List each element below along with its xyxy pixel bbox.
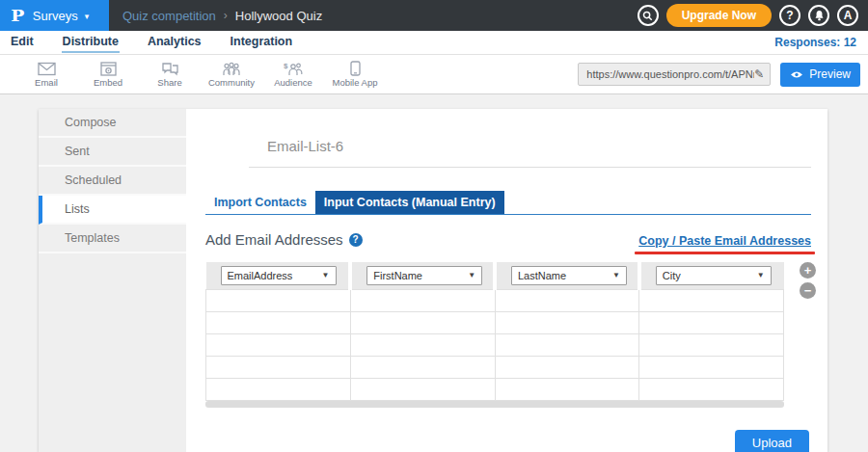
contacts-table-body — [206, 289, 784, 400]
survey-url-input[interactable] — [586, 68, 754, 80]
sidebar-item-lists[interactable]: Lists — [39, 196, 186, 225]
tab-input-contacts-manual[interactable]: Input Contacts (Manual Entry) — [315, 191, 504, 214]
surveys-menu[interactable]: P Surveys ▾ — [0, 0, 109, 31]
contacts-table: EmailAddress▼ FirstName▼ LastName▼ City▼ — [205, 262, 784, 401]
question-mark-icon: ? — [786, 9, 793, 22]
contact-cell[interactable] — [350, 333, 495, 356]
community-icon — [222, 62, 241, 76]
contacts-table-zone: EmailAddress▼ FirstName▼ LastName▼ City▼… — [205, 262, 784, 408]
select-caret-icon: ▼ — [757, 271, 765, 279]
contact-cell[interactable] — [639, 356, 784, 378]
contact-cell[interactable] — [350, 378, 495, 400]
page-background: Compose Sent Scheduled Lists Templates E… — [0, 94, 868, 452]
toolbar-item-embed[interactable]: Embed — [77, 62, 139, 88]
sidebar-item-compose[interactable]: Compose — [39, 109, 186, 138]
search-button[interactable] — [637, 5, 659, 26]
sidebar-item-sent[interactable]: Sent — [39, 138, 186, 167]
sidebar-item-templates[interactable]: Templates — [39, 225, 186, 253]
preview-button[interactable]: Preview — [780, 63, 860, 87]
select-value: FirstName — [373, 270, 422, 281]
help-icon[interactable]: ? — [349, 233, 363, 247]
lists-card: Compose Sent Scheduled Lists Templates E… — [39, 109, 827, 452]
tab-edit[interactable]: Edit — [10, 32, 35, 53]
table-row — [206, 289, 784, 311]
add-emails-header: Add Email Addresses ? Copy / Paste Email… — [205, 231, 811, 254]
tab-analytics[interactable]: Analytics — [147, 32, 203, 53]
help-button[interactable]: ? — [779, 5, 800, 26]
toolbar-item-mobile-app[interactable]: Mobile App — [324, 61, 386, 88]
responses-count: Responses: 12 — [774, 36, 856, 49]
breadcrumb-parent[interactable]: Quiz competition — [122, 9, 216, 23]
upload-button[interactable]: Upload — [735, 430, 809, 452]
select-value: City — [663, 270, 681, 281]
toolbar-label: Mobile App — [332, 77, 377, 88]
list-name-title: Email-List-6 — [267, 138, 811, 154]
eye-icon — [790, 70, 803, 79]
table-row — [206, 356, 784, 378]
search-icon — [642, 11, 653, 21]
remove-row-button[interactable]: − — [800, 282, 816, 299]
contact-cell[interactable] — [206, 289, 351, 311]
contact-cell[interactable] — [206, 378, 351, 400]
horizontal-scrollbar[interactable] — [205, 401, 784, 408]
toolbar-label: Community — [208, 77, 255, 88]
column-select-lastname[interactable]: LastName▼ — [511, 266, 627, 285]
notifications-button[interactable] — [808, 5, 829, 26]
contact-cell[interactable] — [206, 356, 351, 378]
contact-cell[interactable] — [350, 289, 495, 311]
toolbar-label: Share — [157, 77, 181, 88]
contact-cell[interactable] — [206, 333, 351, 356]
select-caret-icon: ▼ — [322, 271, 330, 279]
toolbar-item-share[interactable]: Share — [139, 62, 201, 88]
embed-icon — [100, 62, 117, 76]
contacts-table-header: EmailAddress▼ FirstName▼ LastName▼ City▼ — [206, 262, 784, 289]
svg-text:$: $ — [284, 62, 288, 70]
toolbar-item-community[interactable]: Community — [201, 62, 262, 88]
audience-icon: $ — [284, 62, 303, 76]
table-row — [206, 378, 784, 400]
toolbar-label: Embed — [94, 77, 122, 88]
questionpro-logo: P — [11, 6, 24, 25]
breadcrumb-current: Hollywood Quiz — [235, 9, 322, 23]
column-select-city[interactable]: City▼ — [656, 266, 772, 285]
toolbar-item-audience[interactable]: $ Audience — [262, 62, 324, 88]
column-select-emailaddress[interactable]: EmailAddress▼ — [221, 266, 337, 285]
toolbar-right: ✎ Preview — [578, 63, 860, 87]
email-sidebar: Compose Sent Scheduled Lists Templates — [39, 109, 186, 452]
contact-cell[interactable] — [639, 333, 784, 356]
upgrade-now-button[interactable]: Upgrade Now — [666, 4, 772, 27]
contact-cell[interactable] — [206, 311, 351, 333]
contact-cell[interactable] — [350, 356, 495, 378]
column-select-firstname[interactable]: FirstName▼ — [366, 266, 482, 285]
avatar[interactable]: A — [837, 5, 858, 26]
contact-cell[interactable] — [639, 311, 784, 333]
toolbar-item-email[interactable]: Email — [15, 62, 77, 88]
contact-cell[interactable] — [350, 311, 495, 333]
survey-url-box: ✎ — [578, 63, 771, 86]
tab-distribute[interactable]: Distribute — [62, 32, 120, 53]
tab-integration[interactable]: Integration — [230, 32, 294, 53]
contact-cell[interactable] — [495, 378, 639, 400]
contacts-tabs: Import Contacts Input Contacts (Manual E… — [205, 191, 811, 215]
top-bar: P Surveys ▾ Quiz competition › Hollywood… — [0, 0, 868, 31]
contact-cell[interactable] — [495, 333, 639, 356]
contact-cell[interactable] — [639, 378, 784, 400]
copy-paste-link[interactable]: Copy / Paste Email Addresses — [638, 234, 811, 248]
table-row — [206, 311, 784, 333]
contact-cell[interactable] — [495, 356, 639, 378]
section-title: Add Email Addresses ? — [205, 231, 363, 248]
section-title-text: Add Email Addresses — [205, 231, 343, 248]
share-icon — [161, 62, 179, 76]
add-row-button[interactable]: + — [800, 262, 816, 279]
tab-import-contacts[interactable]: Import Contacts — [205, 191, 315, 214]
preview-label: Preview — [809, 67, 851, 81]
edit-url-icon[interactable]: ✎ — [754, 67, 764, 81]
contact-cell[interactable] — [639, 289, 784, 311]
distribute-toolbar: Email Embed Share Community $ Audience M… — [0, 55, 868, 94]
contact-cell[interactable] — [495, 289, 639, 311]
copy-paste-block: Copy / Paste Email Addresses — [638, 231, 811, 254]
sidebar-item-scheduled[interactable]: Scheduled — [39, 167, 186, 196]
list-detail-panel: Email-List-6 Import Contacts Input Conta… — [186, 109, 827, 452]
select-caret-icon: ▼ — [612, 271, 620, 279]
contact-cell[interactable] — [495, 311, 639, 333]
